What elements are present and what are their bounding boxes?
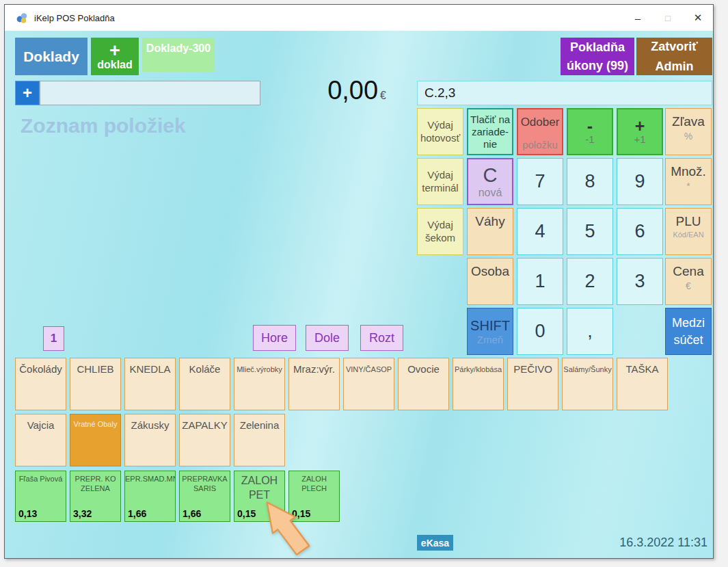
category-cokolady[interactable]: Čokolády <box>15 358 66 410</box>
product-prepr-ko-zelena[interactable]: PREPR. KO ZELENA 3,32 <box>70 471 121 522</box>
page-number-button[interactable]: 1 <box>43 326 64 351</box>
vahy-label: Váhy <box>475 214 504 229</box>
close-button[interactable]: ✕ <box>683 5 713 31</box>
digit-4-button[interactable]: 4 <box>517 208 563 255</box>
zatvorit-admin-button[interactable]: Zatvoriť Admin <box>636 38 712 75</box>
category-salamy-sunky[interactable]: Salámy/Šunky <box>562 358 613 410</box>
pokladna-ukony-button[interactable]: Pokladňa úkony (99) <box>561 38 634 75</box>
digit-2-button[interactable]: 2 <box>567 258 613 305</box>
product-prepravka-saris[interactable]: PREPRAVKA SARIS 1,66 <box>179 471 230 522</box>
product-price: 0,15 <box>237 508 256 519</box>
odober-sub: položku <box>522 139 558 150</box>
mnozstvo-label: Množ. <box>671 164 706 179</box>
category-mraz-vyr[interactable]: Mraz:výr. <box>288 358 340 410</box>
category-knedla[interactable]: KNEDLA <box>124 358 176 410</box>
odober-label: Odober <box>521 116 560 129</box>
title-bar: iKelp POS Pokladňa – □ ✕ <box>5 5 713 31</box>
expand-button[interactable]: Rozt <box>360 325 403 351</box>
minus-one-button[interactable]: - -1 <box>567 108 613 155</box>
product-price: 0,13 <box>18 508 37 519</box>
category-viny-casop[interactable]: VINY/ČASOP <box>343 358 394 410</box>
category-kolace[interactable]: Koláče <box>179 358 230 410</box>
cena-sub: € <box>686 280 691 291</box>
clear-sub: nová <box>478 187 502 199</box>
item-search-input[interactable] <box>40 81 260 105</box>
comma-button[interactable]: , <box>567 308 613 355</box>
category-vajcia[interactable]: Vajcia <box>15 414 66 466</box>
shift-button[interactable]: SHIFT Zmeň <box>467 308 513 355</box>
product-prepr-smad-mni[interactable]: EPR.SMAD.MNI 1,66 <box>124 471 176 522</box>
osoba-button[interactable]: Osoba <box>467 258 513 305</box>
product-zaloh-plech[interactable]: ZALOH PLECH 0,15 <box>288 471 340 522</box>
product-zaloh-pet[interactable]: ZALOH PET 0,15 <box>234 471 285 522</box>
maximize-button[interactable]: □ <box>653 5 683 31</box>
vahy-button[interactable]: Váhy <box>467 208 513 255</box>
digit-5-button[interactable]: 5 <box>567 208 613 255</box>
plus-label: + <box>635 118 645 133</box>
add-item-button[interactable]: + <box>15 81 40 105</box>
app-logo-icon <box>16 12 28 24</box>
category-ovocie[interactable]: Ovocie <box>398 358 449 410</box>
digit-9-button[interactable]: 9 <box>617 158 663 205</box>
category-zapalky[interactable]: ZAPALKY <box>179 414 230 466</box>
amount-value: 0,00 <box>327 76 378 105</box>
zlava-button[interactable]: Zľava % <box>665 108 712 155</box>
plus-icon: + <box>109 42 120 59</box>
osoba-label: Osoba <box>471 264 509 279</box>
category-mliec-vyrobky[interactable]: Mlieč.výrobky <box>234 358 285 410</box>
mnozstvo-button[interactable]: Množ. * <box>665 158 712 205</box>
new-document-label: doklad <box>97 59 133 71</box>
product-name: ZALOH PLECH <box>289 474 339 494</box>
new-document-button[interactable]: + doklad <box>91 38 139 75</box>
product-price: 3,32 <box>73 508 92 519</box>
window-title: iKelp POS Pokladňa <box>34 13 115 23</box>
doklady-button[interactable]: Doklady <box>15 38 87 75</box>
digit-0-button[interactable]: 0 <box>517 308 563 355</box>
product-flasa-pivova[interactable]: Fľaša Pivová 0,13 <box>15 471 66 522</box>
total-amount: 0,00€ <box>260 76 386 106</box>
category-zakusky[interactable]: Zákusky <box>124 414 176 466</box>
cena-button[interactable]: Cena € <box>665 258 712 305</box>
category-zelenina[interactable]: Zelenina <box>234 414 285 466</box>
plu-button[interactable]: PLU Kód/EAN <box>665 208 712 255</box>
category-vratne-obaly-selected[interactable]: Vratné Obaly <box>70 414 121 466</box>
keypad-entry-field[interactable]: C.2,3 <box>417 81 712 105</box>
plus-one-button[interactable]: + +1 <box>617 108 663 155</box>
scroll-down-button[interactable]: Dole <box>306 325 349 351</box>
product-price: 0,15 <box>292 508 310 519</box>
plu-sub: Kód/EAN <box>673 230 703 239</box>
zlava-sub: % <box>684 131 692 142</box>
minus-label: - <box>587 118 593 133</box>
product-price: 1,66 <box>183 508 201 519</box>
category-chlieb[interactable]: CHLIEB <box>70 358 121 410</box>
tlacit-na-zariadenie-button[interactable]: Tlačiť na zariade- nie <box>467 108 513 155</box>
vydaj-sekom-button[interactable]: Výdaj šekom <box>417 208 463 255</box>
item-list-placeholder: Zoznam položiek <box>21 114 186 137</box>
ekasa-badge: eKasa <box>417 535 453 551</box>
datetime-label: 16.3.2022 11:31 <box>619 536 707 550</box>
digit-8-button[interactable]: 8 <box>567 158 613 205</box>
product-name: Fľaša Pivová <box>16 474 66 484</box>
medzisucet-button[interactable]: Medzi súčet <box>665 308 712 355</box>
clear-new-button[interactable]: C nová <box>467 158 513 205</box>
minimize-button[interactable]: – <box>623 5 653 31</box>
shift-label: SHIFT <box>470 318 510 334</box>
digit-7-button[interactable]: 7 <box>517 158 563 205</box>
scroll-up-button[interactable]: Hore <box>253 325 296 351</box>
vydaj-terminal-button[interactable]: Výdaj terminál <box>417 158 463 205</box>
digit-1-button[interactable]: 1 <box>517 258 563 305</box>
shift-sub: Zmeň <box>477 334 503 345</box>
zlava-label: Zľava <box>672 114 705 129</box>
digit-6-button[interactable]: 6 <box>617 208 663 255</box>
category-pecivo[interactable]: PEČIVO <box>507 358 558 410</box>
digit-3-button[interactable]: 3 <box>617 258 663 305</box>
vydaj-hotovost-button[interactable]: Výdaj hotovosť <box>417 108 463 155</box>
odober-polozku-button[interactable]: Odober položku <box>517 108 563 155</box>
app-window: iKelp POS Pokladňa – □ ✕ Doklady + dokla… <box>4 4 714 559</box>
minus-sub: -1 <box>585 133 594 145</box>
category-parky-klobasa[interactable]: Párky/klobása <box>453 358 504 410</box>
product-name: EPR.SMAD.MNI <box>125 474 175 484</box>
category-taska[interactable]: TAŠKA <box>617 358 668 410</box>
mnozstvo-sub: * <box>686 181 690 192</box>
doklady-300-button[interactable]: Doklady-300 <box>142 38 215 72</box>
